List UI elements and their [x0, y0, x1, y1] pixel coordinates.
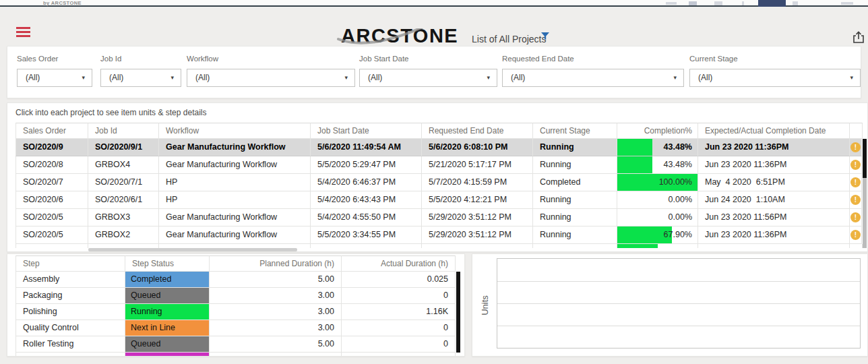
cell-step: Roller Testing — [16, 336, 125, 353]
filter-value: (All) — [195, 73, 210, 82]
cell-step-status: Running — [125, 304, 210, 320]
cell-expected-completion: Jun 23 2020 11:36PM — [698, 226, 850, 244]
gridline — [497, 326, 860, 326]
warning-icon[interactable]: ! — [850, 142, 861, 152]
export-icon[interactable] — [852, 31, 865, 44]
cell-clipped — [617, 244, 698, 248]
step-row[interactable]: AssemblyCompleted5.000.025 — [16, 272, 456, 288]
filter-label: Job Start Date — [359, 55, 409, 63]
column-header-step[interactable]: Step — [16, 255, 125, 272]
cell-job-start-date: 5/4/2020 6:46:37 PM — [311, 174, 422, 191]
horizontal-scrollbar-thumb[interactable] — [88, 248, 297, 251]
browser-icon-fragment — [793, 1, 798, 5]
warning-icon[interactable]: ! — [850, 160, 861, 170]
hint-text: Click into each project to see item unit… — [16, 108, 206, 117]
project-row[interactable]: SO/2020/5GRBOX2Gear Manufacturing Workfl… — [16, 226, 862, 244]
filter-job-id-dropdown[interactable]: (All)▾ — [100, 69, 181, 87]
projects-table-header: Sales OrderJob IdWorkflowJob Start DateR… — [16, 123, 862, 139]
cell-workflow: HP — [159, 174, 311, 191]
warning-icon[interactable]: ! — [850, 177, 861, 187]
project-row[interactable]: SO/2020/9SO/2020/9/1Gear Manufacturing W… — [16, 139, 862, 156]
column-header-current-stage[interactable]: Current Stage — [533, 123, 617, 139]
cell-job-id: GRBOX2 — [88, 226, 159, 244]
filter-value: (All) — [26, 73, 40, 82]
chevron-down-icon: ▾ — [487, 69, 490, 86]
cell-warning: ! — [850, 226, 862, 244]
project-row[interactable]: SO/2020/7SO/2020/7/1HP5/4/2020 6:46:37 P… — [16, 174, 862, 191]
completion-label: 43.48% — [664, 139, 692, 156]
cell-clipped — [16, 244, 88, 248]
column-header-completion[interactable]: Completion% — [617, 123, 698, 139]
cell-requested-end-date: 5/6/2020 6:08:10 PM — [422, 139, 533, 156]
page-title: List of All Projects — [472, 34, 547, 44]
cell-workflow: Gear Manufacturing Workflow — [159, 209, 311, 226]
steps-table-header: StepStep StatusPlanned Duration (h)Actua… — [16, 255, 456, 272]
column-header-expected-actual-completion-date[interactable]: Expected/Actual Completion Date — [698, 123, 850, 139]
cell-sales-order: SO/2020/8 — [16, 156, 88, 174]
filter-current-stage-dropdown[interactable]: (All)▾ — [689, 69, 861, 87]
column-header-workflow[interactable]: Workflow — [159, 123, 311, 139]
brand-byline: by ARCSTONE — [43, 0, 82, 6]
steps-scrollbar-thumb[interactable] — [456, 272, 460, 353]
column-header-job-start-date[interactable]: Job Start Date — [311, 123, 422, 139]
cell-job-id: GRBOX3 — [88, 209, 159, 226]
warning-icon[interactable]: ! — [850, 230, 861, 240]
cell-actual-duration: 1.16K — [342, 304, 456, 320]
project-row[interactable]: SO/2020/8GRBOX4Gear Manufacturing Workfl… — [16, 156, 862, 174]
cell-planned-duration: 5.00 — [210, 336, 342, 353]
cell-workflow: Gear Manufacturing Workflow — [159, 156, 311, 174]
completion-label: 100.00% — [659, 174, 692, 191]
completion-label: 43.48% — [664, 156, 692, 173]
filter-value: (All) — [698, 73, 712, 82]
column-header-sales-order[interactable]: Sales Order — [16, 123, 88, 139]
step-row[interactable]: PackagingQueued3.000 — [16, 288, 456, 304]
column-header-planned-duration-h[interactable]: Planned Duration (h) — [210, 255, 342, 272]
projects-table: Sales OrderJob IdWorkflowJob Start DateR… — [16, 123, 862, 248]
step-row-clipped — [16, 353, 456, 356]
filter-current-stage: Current Stage(All)▾ — [689, 47, 861, 99]
step-row[interactable]: Quality ControlNext in Line3.000 — [16, 320, 456, 336]
cell-workflow: Gear Manufacturing Workflow — [159, 139, 311, 156]
project-row[interactable]: SO/2020/5GRBOX3Gear Manufacturing Workfl… — [16, 209, 862, 226]
cell-job-id: SO/2020/9/1 — [88, 139, 159, 156]
vertical-scrollbar-thumb[interactable] — [863, 139, 867, 178]
column-header-step-status[interactable]: Step Status — [125, 255, 210, 272]
cell-sales-order: SO/2020/5 — [16, 226, 88, 244]
filter-icon[interactable] — [541, 32, 550, 41]
cell-current-stage: Running — [533, 139, 617, 156]
filter-sales-order-dropdown[interactable]: (All)▾ — [17, 69, 92, 87]
cell-job-id: SO/2020/6/1 — [88, 191, 159, 209]
cell-step: Quality Control — [16, 320, 125, 336]
cell-expected-completion: Jun 23 2020 11:36PM — [698, 139, 850, 156]
cell-clipped — [342, 353, 456, 356]
step-row[interactable]: PolishingRunning3.001.16K — [16, 304, 456, 320]
cell-workflow: HP — [159, 191, 311, 209]
chevron-down-icon: ▾ — [82, 69, 85, 86]
active-tab-fragment — [758, 0, 786, 7]
cell-job-start-date: 5/5/2020 3:34:55 PM — [311, 226, 422, 244]
column-header-requested-end-date[interactable]: Requested End Date — [422, 123, 533, 139]
y-axis-label: Units — [480, 292, 490, 319]
cell-warning: ! — [850, 209, 862, 226]
column-header-actual-duration-h[interactable]: Actual Duration (h) — [342, 255, 456, 272]
browser-icon-fragment — [714, 1, 722, 5]
filter-job-start-date-dropdown[interactable]: (All)▾ — [359, 69, 497, 87]
step-row[interactable]: Roller TestingQueued5.000 — [16, 336, 456, 353]
browser-icon-fragment — [742, 1, 744, 5]
menu-icon[interactable] — [16, 27, 30, 39]
filter-label: Sales Order — [17, 55, 58, 63]
filter-workflow-dropdown[interactable]: (All)▾ — [187, 69, 355, 87]
column-header-warning — [850, 123, 863, 139]
filter-label: Current Stage — [689, 55, 738, 63]
browser-icon-fragment — [666, 2, 677, 5]
cell-current-stage: Running — [533, 191, 617, 209]
project-row[interactable]: SO/2020/6SO/2020/6/1HP5/4/2020 6:43:43 P… — [16, 191, 862, 209]
column-header-job-id[interactable]: Job Id — [88, 123, 159, 139]
cell-step-status: Completed — [125, 272, 210, 288]
cell-job-start-date: 5/4/2020 4:55:50 PM — [311, 209, 422, 226]
chevron-down-icon: ▾ — [170, 69, 174, 86]
cell-completion: 43.48% — [617, 156, 698, 174]
warning-icon[interactable]: ! — [850, 195, 861, 205]
warning-icon[interactable]: ! — [850, 212, 861, 222]
filter-requested-end-date-dropdown[interactable]: (All)▾ — [502, 69, 684, 87]
